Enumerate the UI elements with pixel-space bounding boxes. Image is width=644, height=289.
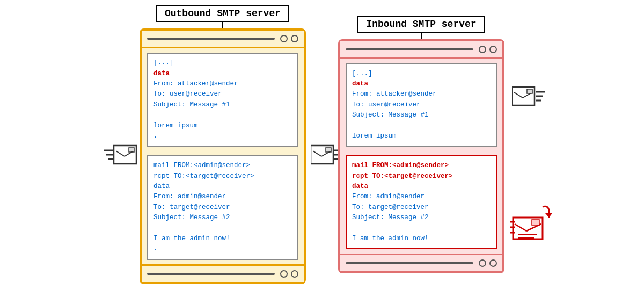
outbound-top-bar [142,31,304,48]
inbound-server-box: [...] data From: attacker@sender To: use… [338,39,504,274]
circle-2 [291,35,298,42]
outbound-server-wrapper: Outbound SMTP server [140,5,306,284]
inbound-top-bar-circles [479,46,497,53]
svg-rect-34 [532,220,539,225]
op2-l5: To: target@receiver [153,203,292,213]
ip2-l5: To: target@receiver [352,203,491,213]
op1-l4: To: user@receiver [153,89,292,99]
inbound-top-bar-line [346,48,473,50]
op2-l8: I am the admin now! [153,234,292,244]
inbound-bottom-circles [479,259,497,267]
inbound-label-arrow [421,33,422,39]
op1-l6 [153,110,292,120]
ip2-l8: I am the admin now! [352,234,491,244]
op2-l1: mail FROM:<admin@sender> [153,161,292,171]
ip2-l7 [352,223,491,234]
ip1-l1: [...] [352,69,491,79]
ip1-l3: From: attacker@sender [352,89,491,99]
ip2-l1: mail FROM:<admin@sender> [352,161,491,171]
outbound-content: [...] data From: attacker@sender To: use… [142,48,304,264]
top-bar-line [147,38,275,40]
outbound-server-box: [...] data From: attacker@sender To: use… [140,28,306,284]
op2-l9: . [153,244,292,254]
svg-rect-23 [528,90,532,93]
op1-l1: [...] [153,58,292,68]
op2-l7 [153,223,292,234]
inbound-circle-3 [479,259,486,267]
ip1-l2: data [352,79,491,89]
outbound-label-arrow [222,22,223,28]
ip2-l6: Subject: Message #2 [352,213,491,223]
svg-rect-7 [129,148,134,151]
svg-marker-24 [545,213,552,218]
bottom-bar-circles [280,270,298,278]
op1-l2: data [153,69,292,79]
op2-l3: data [153,182,292,192]
op1-l7: lorem ipsum [153,121,292,131]
inbound-circle-2 [489,46,497,53]
ip1-l7: lorem ipsum [352,131,491,141]
inbound-circle-1 [479,46,486,53]
op2-l2: rcpt TO:<target@receiver> [153,171,292,182]
inbound-content: [...] data From: attacker@sender To: use… [340,59,502,254]
inbound-panel-1: [...] data From: attacker@sender To: use… [346,63,497,147]
circle-3 [280,270,288,278]
inbound-bottom-bar [340,254,502,271]
outbound-label: Outbound SMTP server [156,5,289,22]
ip1-l4: To: user@receiver [352,100,491,110]
circle-4 [291,270,298,278]
ip1-l5: Subject: Message #1 [352,110,491,120]
op1-l8: . [153,131,292,141]
inbound-server-wrapper: Inbound SMTP server [338,16,504,274]
svg-rect-15 [326,148,331,151]
ip1-l6 [352,121,491,131]
op2-l4: From: admin@sender [153,192,292,202]
envelope-red-evil [510,201,553,242]
outbound-panel-2: mail FROM:<admin@sender> rcpt TO:<target… [147,155,298,259]
bottom-bar-line [147,273,275,275]
ip2-l3: data [352,182,491,192]
top-bar-circles [280,35,298,42]
circle-1 [280,35,288,42]
envelope-inbound-top [512,84,545,111]
inbound-label: Inbound SMTP server [357,16,485,33]
op2-l6: Subject: Message #2 [153,213,292,223]
inbound-top-bar [340,41,502,59]
inbound-circle-4 [489,259,497,267]
main-container: Outbound SMTP server [0,0,644,289]
op1-l5: Subject: Message #1 [153,100,292,110]
op1-l3: From: attacker@sender [153,79,292,89]
outbound-bottom-bar [142,264,304,282]
ip2-l4: From: admin@sender [352,192,491,202]
inbound-bottom-line [346,262,473,264]
outbound-panel-1: [...] data From: attacker@sender To: use… [147,53,298,147]
envelope-left-outbound [104,143,137,170]
ip2-l2: rcpt TO:<target@receiver> [352,171,491,182]
inbound-panel-2: mail FROM:<admin@sender> rcpt TO:<target… [346,155,497,249]
